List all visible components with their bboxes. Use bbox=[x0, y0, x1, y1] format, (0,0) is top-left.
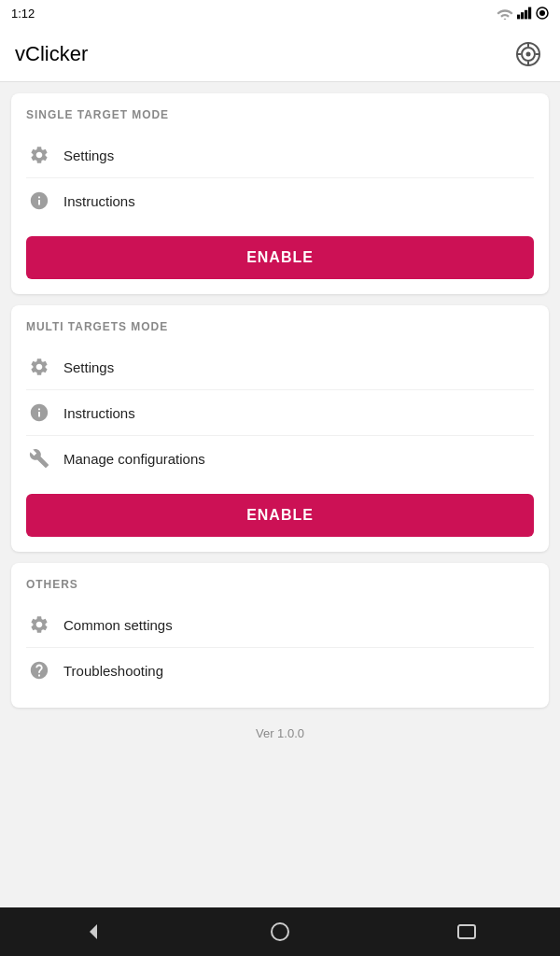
main-content: SINGLE TARGET MODE Settings Instructions… bbox=[0, 82, 560, 907]
multi-instructions-item[interactable]: Instructions bbox=[26, 390, 534, 436]
multi-settings-label: Settings bbox=[63, 359, 114, 375]
manage-configurations-item[interactable]: Manage configurations bbox=[26, 436, 534, 481]
record-icon bbox=[536, 7, 549, 20]
svg-point-14 bbox=[272, 923, 288, 940]
single-enable-button[interactable]: ENABLE bbox=[26, 236, 534, 279]
multi-enable-button[interactable]: ENABLE bbox=[26, 494, 534, 537]
multi-settings-icon bbox=[26, 354, 52, 380]
wifi-icon bbox=[497, 7, 513, 20]
svg-rect-3 bbox=[528, 7, 531, 20]
common-settings-label: Common settings bbox=[63, 617, 173, 633]
single-instructions-item[interactable]: Instructions bbox=[26, 178, 534, 223]
status-time: 1:12 bbox=[11, 7, 35, 21]
single-settings-label: Settings bbox=[63, 148, 114, 163]
svg-rect-15 bbox=[458, 925, 475, 938]
svg-rect-1 bbox=[521, 12, 524, 19]
troubleshooting-icon bbox=[26, 657, 52, 683]
svg-rect-0 bbox=[517, 15, 520, 20]
single-target-card: SINGLE TARGET MODE Settings Instructions… bbox=[11, 93, 549, 294]
bottom-nav bbox=[0, 907, 560, 956]
home-icon bbox=[271, 922, 289, 941]
common-settings-item[interactable]: Common settings bbox=[26, 602, 534, 648]
multi-target-card: MULTI TARGETS MODE Settings Instructions bbox=[11, 305, 549, 552]
svg-point-5 bbox=[539, 10, 545, 16]
multi-settings-item[interactable]: Settings bbox=[26, 344, 534, 390]
app-bar: vClicker bbox=[0, 26, 560, 82]
app-bar-target-button[interactable] bbox=[511, 37, 545, 71]
multi-info-icon bbox=[26, 400, 52, 426]
single-target-title: SINGLE TARGET MODE bbox=[26, 108, 534, 121]
common-settings-icon bbox=[26, 612, 52, 638]
home-button[interactable] bbox=[258, 909, 302, 954]
manage-configurations-label: Manage configurations bbox=[63, 451, 205, 467]
single-settings-icon bbox=[26, 142, 52, 168]
status-bar: 1:12 bbox=[0, 0, 560, 26]
back-icon bbox=[82, 921, 105, 943]
target-icon bbox=[515, 41, 541, 67]
multi-instructions-label: Instructions bbox=[63, 405, 135, 421]
single-instructions-label: Instructions bbox=[63, 193, 135, 209]
single-target-settings-item[interactable]: Settings bbox=[26, 133, 534, 178]
wrench-icon bbox=[26, 445, 52, 471]
svg-rect-2 bbox=[525, 10, 527, 20]
others-card: OTHERS Common settings Troubleshooting bbox=[11, 563, 549, 708]
others-title: OTHERS bbox=[26, 578, 534, 591]
back-button[interactable] bbox=[71, 909, 116, 954]
troubleshooting-label: Troubleshooting bbox=[63, 663, 163, 679]
overview-button[interactable] bbox=[444, 909, 489, 954]
overview-icon bbox=[456, 923, 477, 940]
version-text: Ver 1.0.0 bbox=[11, 719, 549, 748]
app-title: vClicker bbox=[15, 42, 88, 66]
svg-point-8 bbox=[526, 51, 531, 56]
troubleshooting-item[interactable]: Troubleshooting bbox=[26, 648, 534, 693]
single-info-icon bbox=[26, 188, 52, 214]
signal-icon bbox=[517, 7, 532, 20]
svg-marker-13 bbox=[90, 924, 97, 939]
multi-target-title: MULTI TARGETS MODE bbox=[26, 320, 534, 333]
